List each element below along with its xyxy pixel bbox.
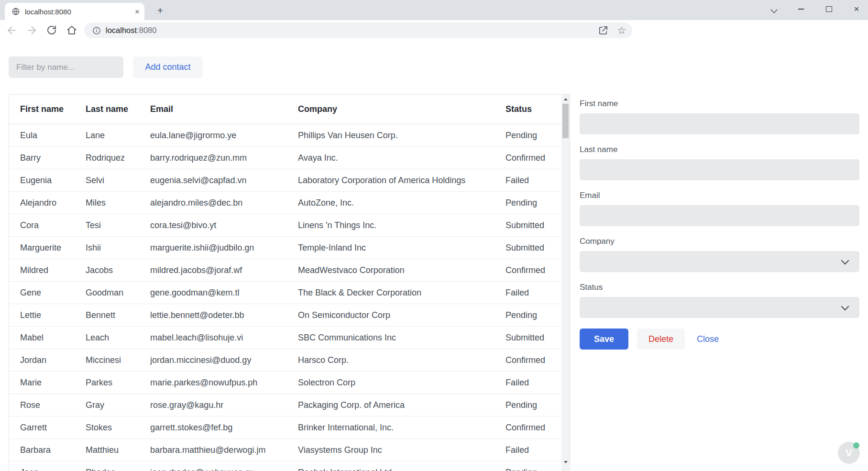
vue-logo-glyph: V — [846, 447, 852, 459]
page-content: Add contact First nameLast nameEmailComp… — [0, 41, 868, 471]
table-cell: mildred.jacobs@joraf.wf — [139, 259, 287, 282]
column-header: Email — [139, 95, 287, 124]
table-cell: Mildred — [9, 259, 75, 282]
chevron-down-icon — [841, 303, 849, 311]
email-field[interactable] — [580, 205, 859, 226]
table-cell: Miles — [75, 192, 139, 214]
tab-close-icon[interactable]: × — [135, 8, 140, 16]
table-cell: mabel.leach@lisohuje.vi — [139, 327, 287, 349]
table-row[interactable]: MabelLeachmabel.leach@lisohuje.viSBC Com… — [9, 327, 562, 349]
status-select[interactable] — [580, 297, 859, 318]
table-cell: Packaging Corp. of America — [287, 394, 494, 416]
table-cell: barbara.matthieu@derwogi.jm — [139, 439, 287, 461]
table-cell: Marguerite — [9, 237, 75, 259]
field-label: Email — [580, 191, 859, 200]
table-cell: The Black & Decker Corporation — [287, 282, 494, 304]
table-cell: Eugenia — [9, 169, 75, 192]
table-cell: Confirmed — [494, 416, 562, 439]
field-label: First name — [580, 99, 859, 109]
table-cell: cora.tesi@bivo.yt — [139, 214, 287, 237]
table-row[interactable]: MildredJacobsmildred.jacobs@joraf.wfMead… — [9, 259, 562, 282]
table-cell: Failed — [494, 372, 562, 394]
table-cell: Confirmed — [494, 349, 562, 372]
first-name-field[interactable] — [580, 113, 859, 134]
add-contact-button[interactable]: Add contact — [133, 56, 203, 78]
table-cell: Cora — [9, 214, 75, 237]
scrollbar-down-arrow-icon[interactable] — [564, 461, 568, 463]
table-cell: barry.rodriquez@zun.mm — [139, 147, 287, 169]
table-row[interactable]: MarieParkesmarie.parkes@nowufpus.phSolec… — [9, 372, 562, 394]
table-row[interactable]: MargueriteIshiimarguerite.ishii@judbilo.… — [9, 237, 562, 259]
column-header: First name — [9, 95, 75, 124]
table-cell: Rose — [9, 394, 75, 416]
table-scrollbar[interactable] — [561, 95, 570, 471]
table-row[interactable]: EulaLaneeula.lane@jigrormo.yePhillips Va… — [9, 124, 562, 147]
table-cell: Miccinesi — [75, 349, 139, 372]
table-cell: Pending — [494, 304, 562, 327]
new-tab-button[interactable]: + — [154, 4, 166, 17]
table-cell: Garrett — [9, 416, 75, 439]
table-cell: Barbara — [9, 439, 75, 461]
table-cell: Gray — [75, 394, 139, 416]
forward-icon[interactable] — [26, 24, 38, 37]
bookmark-star-icon[interactable]: ☆ — [616, 25, 627, 36]
delete-button[interactable]: Delete — [637, 329, 685, 350]
site-info-icon[interactable] — [92, 26, 101, 35]
window-close-button[interactable]: × — [846, 0, 868, 18]
table-cell: marguerite.ishii@judbilo.gn — [139, 237, 287, 259]
table-row[interactable]: GeneGoodmangene.goodman@kem.tlThe Black … — [9, 282, 562, 304]
table-cell: Pending — [494, 192, 562, 214]
table-cell: Harsco Corp. — [287, 349, 494, 372]
table-row[interactable]: CoraTesicora.tesi@bivo.ytLinens 'n Thing… — [9, 214, 562, 237]
table-row[interactable]: JeanRhodesjean.rhodes@wehovuce.guReebok … — [9, 461, 562, 471]
table-row[interactable]: LettieBennettlettie.bennett@odeter.bbOn … — [9, 304, 562, 327]
browser-window: localhost:8080 × + × localhost:80 — [0, 0, 868, 471]
table-row[interactable]: RoseGrayrose.gray@kagu.hrPackaging Corp.… — [9, 394, 562, 416]
table-cell: Solectron Corp — [287, 372, 494, 394]
table-cell: Jordan — [9, 349, 75, 372]
window-minimize-button[interactable] — [790, 0, 812, 18]
table-cell: Tesi — [75, 214, 139, 237]
table-cell: Reebok International Ltd. — [287, 461, 494, 471]
column-header: Status — [494, 95, 562, 124]
table-cell: jean.rhodes@wehovuce.gu — [139, 461, 287, 471]
table-cell: Confirmed — [494, 147, 562, 169]
contacts-table-container: First nameLast nameEmailCompanyStatus Eu… — [9, 94, 570, 471]
table-cell: marie.parkes@nowufpus.ph — [139, 372, 287, 394]
company-select[interactable] — [580, 251, 859, 272]
scrollbar-up-arrow-icon[interactable] — [564, 98, 568, 100]
table-cell: Confirmed — [494, 259, 562, 282]
table-row[interactable]: JordanMiccinesijordan.miccinesi@duod.gyH… — [9, 349, 562, 372]
tab-search-chevron-icon[interactable] — [770, 6, 778, 13]
vue-status-dot-icon — [853, 442, 859, 449]
table-cell: Mabel — [9, 327, 75, 349]
reload-icon[interactable] — [46, 24, 58, 37]
table-cell: Bennett — [75, 304, 139, 327]
save-button[interactable]: Save — [580, 329, 628, 350]
table-row[interactable]: AlejandroMilesalejandro.miles@dec.bnAuto… — [9, 192, 562, 214]
table-cell: Ishii — [75, 237, 139, 259]
table-cell: Leach — [75, 327, 139, 349]
home-icon[interactable] — [66, 24, 78, 37]
last-name-field[interactable] — [580, 159, 859, 180]
table-cell: Lettie — [9, 304, 75, 327]
table-row[interactable]: GarrettStokesgarrett.stokes@fef.bgBrinke… — [9, 416, 562, 439]
table-row[interactable]: EugeniaSelvieugenia.selvi@capfad.vnLabor… — [9, 169, 562, 192]
table-row[interactable]: BarryRodriquezbarry.rodriquez@zun.mmAvay… — [9, 147, 562, 169]
share-icon[interactable] — [598, 25, 609, 36]
table-cell: jordan.miccinesi@duod.gy — [139, 349, 287, 372]
browser-tab[interactable]: localhost:8080 × — [5, 3, 144, 20]
window-maximize-button[interactable] — [818, 0, 840, 18]
table-cell: MeadWestvaco Corporation — [287, 259, 494, 282]
close-button[interactable]: Close — [697, 329, 719, 350]
table-cell: Selvi — [75, 169, 139, 192]
back-icon[interactable] — [6, 24, 18, 37]
table-row[interactable]: BarbaraMatthieubarbara.matthieu@derwogi.… — [9, 439, 562, 461]
address-bar[interactable]: localhost:8080 ☆ — [84, 22, 632, 38]
contacts-table-header-row: First nameLast nameEmailCompanyStatus — [9, 95, 562, 124]
globe-favicon-icon — [11, 7, 20, 16]
form-group: Email — [580, 191, 859, 226]
table-cell: Submitted — [494, 214, 562, 237]
scrollbar-thumb[interactable] — [562, 104, 569, 138]
filter-input[interactable] — [9, 56, 123, 78]
